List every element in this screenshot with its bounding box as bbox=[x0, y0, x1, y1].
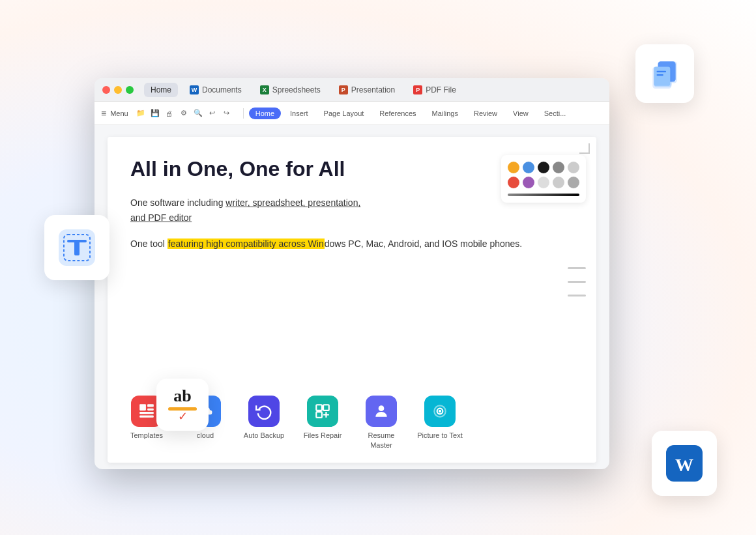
files-repair-icon bbox=[314, 403, 331, 420]
traffic-lights bbox=[102, 86, 134, 94]
color-dot-black[interactable] bbox=[538, 162, 549, 173]
svg-rect-18 bbox=[657, 74, 663, 76]
float-card-copy bbox=[635, 44, 694, 103]
tab-presentation[interactable]: P Presentation bbox=[332, 83, 401, 97]
svg-text:W: W bbox=[675, 455, 693, 475]
toolbar: ≡ Menu 📁 💾 🖨 ⚙ 🔍 ↩ ↪ Home Insert Page La… bbox=[94, 102, 609, 125]
color-dot-silver2[interactable] bbox=[553, 177, 564, 188]
menu-view[interactable]: View bbox=[506, 108, 535, 119]
picture-to-text-icon bbox=[431, 403, 448, 420]
checkmark-icon: ✓ bbox=[178, 409, 188, 424]
menu-mailings[interactable]: Mailings bbox=[426, 108, 465, 119]
menu-section[interactable]: Secti... bbox=[538, 108, 573, 119]
word-icon-svg: W bbox=[666, 445, 703, 482]
folder-icon[interactable]: 📁 bbox=[135, 108, 147, 119]
save-icon[interactable]: 💾 bbox=[149, 108, 161, 119]
color-dot-blue[interactable] bbox=[523, 162, 534, 173]
svg-rect-6 bbox=[323, 405, 329, 411]
color-dot-purple[interactable] bbox=[523, 177, 534, 188]
svg-rect-2 bbox=[147, 409, 154, 411]
files-repair-icon-box bbox=[307, 396, 338, 427]
color-dot-silver[interactable] bbox=[538, 177, 549, 188]
auto-backup-label: Auto Backup bbox=[244, 431, 284, 440]
feature-resume-master[interactable]: Resume Master bbox=[358, 396, 404, 450]
title-bar: Home W Documents X Spreedsheets P Presen… bbox=[94, 78, 609, 102]
tab-pdf[interactable]: P PDF File bbox=[407, 83, 463, 97]
svg-rect-17 bbox=[657, 71, 667, 72]
svg-rect-24 bbox=[74, 240, 80, 255]
resume-master-icon-box bbox=[366, 396, 397, 427]
maximize-button[interactable] bbox=[126, 86, 134, 94]
copy-icon-svg bbox=[648, 57, 681, 90]
svg-rect-16 bbox=[654, 67, 670, 86]
color-palette bbox=[501, 155, 586, 203]
cloud-label: cloud bbox=[197, 431, 214, 440]
print-icon[interactable]: 🖨 bbox=[164, 108, 175, 119]
pdf-icon: P bbox=[413, 85, 422, 94]
minimize-button[interactable] bbox=[114, 86, 122, 94]
float-card-ab: ab ✓ bbox=[156, 379, 209, 431]
auto-backup-icon-box bbox=[248, 396, 280, 427]
t-icon-svg bbox=[59, 229, 95, 266]
tab-home[interactable]: Home bbox=[144, 83, 178, 97]
templates-label: Templates bbox=[130, 431, 163, 440]
svg-rect-3 bbox=[139, 412, 154, 414]
feature-files-repair[interactable]: Files Repair bbox=[300, 396, 345, 440]
toolbar-icons: 📁 💾 🖨 ⚙ 🔍 ↩ ↪ bbox=[135, 108, 233, 119]
undo-icon[interactable]: ↩ bbox=[207, 108, 218, 119]
color-dot-lightgray[interactable] bbox=[568, 162, 579, 173]
feature-picture-to-text[interactable]: Picture to Text bbox=[417, 396, 463, 440]
ppt-icon: P bbox=[339, 85, 348, 94]
svg-point-8 bbox=[379, 406, 385, 412]
menu-review[interactable]: Review bbox=[467, 108, 504, 119]
sidebar-line-1 bbox=[568, 267, 586, 269]
float-card-word: W bbox=[652, 431, 717, 496]
word-icon: W bbox=[190, 85, 199, 94]
float-card-t bbox=[44, 215, 109, 280]
tab-documents[interactable]: W Documents bbox=[183, 83, 248, 97]
ab-content: ab ✓ bbox=[168, 386, 197, 424]
templates-icon bbox=[138, 403, 155, 420]
color-dot-orange[interactable] bbox=[508, 162, 519, 173]
files-repair-label: Files Repair bbox=[304, 431, 342, 440]
sidebar-line-3 bbox=[568, 295, 586, 296]
menu-home[interactable]: Home bbox=[249, 108, 281, 119]
resume-master-icon bbox=[373, 403, 390, 420]
tab-spreadsheets[interactable]: X Spreedsheets bbox=[254, 83, 327, 97]
sidebar-line-2 bbox=[568, 281, 586, 283]
doc-corner-fold bbox=[579, 143, 590, 154]
menu-page-layout[interactable]: Page Layout bbox=[317, 108, 371, 119]
toolbar-divider bbox=[243, 108, 244, 119]
svg-rect-7 bbox=[316, 412, 322, 418]
doc-paragraph-2: One tool featuring high compatibility ac… bbox=[130, 237, 574, 251]
color-dot-medgray[interactable] bbox=[568, 177, 579, 188]
menu-references[interactable]: References bbox=[373, 108, 422, 119]
picture-to-text-label: Picture to Text bbox=[417, 431, 463, 440]
auto-backup-icon bbox=[255, 403, 272, 420]
color-dot-red[interactable] bbox=[508, 177, 519, 188]
redo-icon[interactable]: ↪ bbox=[221, 108, 233, 119]
svg-rect-0 bbox=[139, 405, 146, 411]
ab-text: ab bbox=[173, 386, 191, 406]
feature-auto-backup[interactable]: Auto Backup bbox=[241, 396, 287, 440]
zoom-icon[interactable]: 🔍 bbox=[192, 108, 204, 119]
color-gradient-bar bbox=[508, 194, 579, 196]
close-button[interactable] bbox=[102, 86, 110, 94]
svg-rect-1 bbox=[147, 405, 154, 407]
sidebar-lines bbox=[568, 267, 586, 296]
menu-label[interactable]: ≡ Menu bbox=[101, 108, 128, 119]
excel-icon: X bbox=[260, 85, 269, 94]
svg-rect-5 bbox=[316, 405, 322, 411]
color-dot-gray[interactable] bbox=[553, 162, 564, 173]
picture-to-text-icon-box bbox=[424, 396, 456, 427]
settings-icon[interactable]: ⚙ bbox=[178, 108, 190, 119]
svg-rect-4 bbox=[139, 416, 154, 418]
resume-master-label: Resume Master bbox=[358, 431, 404, 450]
svg-point-11 bbox=[439, 411, 441, 412]
menu-insert[interactable]: Insert bbox=[284, 108, 315, 119]
